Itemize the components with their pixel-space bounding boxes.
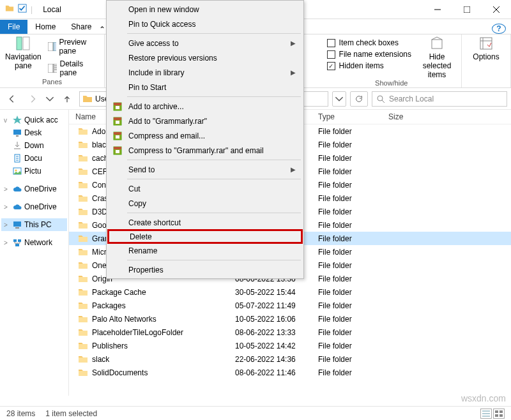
context-menu-item[interactable]: Compress to "Grammarly.rar" and email: [108, 143, 302, 158]
svg-point-15: [15, 170, 17, 172]
svg-rect-5: [54, 42, 57, 51]
svg-rect-35: [495, 414, 498, 417]
context-menu-item[interactable]: Add to "Grammarly.rar": [108, 114, 302, 128]
search-input[interactable]: Search Local: [372, 91, 507, 107]
svg-rect-34: [500, 410, 503, 413]
svg-rect-8: [432, 40, 442, 49]
tree-item[interactable]: >OneDrive: [1, 200, 67, 213]
up-button[interactable]: [59, 91, 75, 107]
status-bar: 28 items 1 item selected: [0, 406, 511, 420]
item-count: 28 items: [6, 409, 35, 418]
hide-selected-button[interactable]: Hide selected items: [418, 36, 456, 79]
hidden-items-toggle[interactable]: ✓Hidden items: [327, 61, 411, 70]
watermark: wsxdn.com: [461, 393, 506, 403]
svg-rect-9: [480, 38, 492, 49]
checkbox-icon[interactable]: [18, 4, 27, 15]
tree-item[interactable]: >OneDrive: [1, 183, 67, 195]
context-menu-item[interactable]: Properties: [108, 262, 302, 277]
svg-rect-19: [18, 239, 21, 242]
file-extensions-toggle[interactable]: File name extensions: [327, 50, 411, 59]
column-size[interactable]: Size: [388, 112, 427, 121]
file-row[interactable]: Packages05-07-2022 11:49File folder: [69, 299, 511, 312]
tree-item[interactable]: >This PC: [1, 218, 67, 231]
folder-icon: [82, 94, 93, 104]
context-menu-item[interactable]: Delete: [107, 229, 303, 244]
view-icons-button[interactable]: [493, 409, 505, 419]
navigation-tree[interactable]: vQuick accDeskDownDocuPictu>OneDrive>One…: [0, 110, 69, 396]
maximize-button[interactable]: [452, 0, 482, 19]
back-button[interactable]: [4, 91, 20, 107]
view-details-button[interactable]: [480, 409, 492, 419]
tree-item[interactable]: Pictu: [1, 165, 67, 177]
selection-count: 1 item selected: [45, 409, 97, 418]
divider: |: [31, 5, 33, 14]
context-menu-item[interactable]: Copy: [108, 196, 302, 211]
quick-access-toolbar: |: [0, 4, 38, 15]
ribbon-group-label: Panes: [5, 78, 99, 87]
svg-rect-23: [116, 106, 119, 109]
help-icon[interactable]: ?: [492, 24, 506, 34]
context-menu-item[interactable]: Rename: [108, 243, 302, 258]
svg-rect-4: [48, 42, 53, 51]
file-row[interactable]: SolidDocuments08-06-2022 11:46File folde…: [69, 366, 511, 379]
preview-pane-button[interactable]: Preview pane: [48, 37, 99, 56]
options-button[interactable]: Options: [467, 36, 505, 61]
svg-rect-3: [23, 37, 29, 50]
dropdown-button[interactable]: [332, 91, 346, 107]
forward-button[interactable]: [24, 91, 41, 107]
context-menu-item[interactable]: Open in new window: [108, 2, 302, 17]
svg-rect-26: [116, 121, 119, 124]
svg-rect-18: [13, 239, 17, 242]
tab-file[interactable]: File: [0, 20, 27, 34]
ribbon-collapse-icon[interactable]: ⌃: [99, 25, 105, 34]
close-button[interactable]: [482, 0, 511, 19]
context-menu-item[interactable]: Include in library▶: [108, 65, 302, 80]
minimize-button[interactable]: [423, 0, 452, 19]
context-menu-item[interactable]: Give access to▶: [108, 36, 302, 50]
context-menu-item[interactable]: Restore previous versions: [108, 50, 302, 65]
file-row[interactable]: Package Cache30-05-2022 15:44File folder: [69, 285, 511, 299]
svg-rect-17: [15, 227, 19, 229]
tree-item[interactable]: vQuick acc: [1, 114, 67, 126]
svg-rect-32: [116, 150, 119, 153]
svg-rect-7: [54, 64, 57, 73]
tree-item[interactable]: Docu: [1, 152, 67, 165]
search-icon: [376, 94, 385, 103]
context-menu-item[interactable]: Send to▶: [108, 162, 302, 177]
context-menu-item[interactable]: Pin to Start: [108, 80, 302, 94]
column-type[interactable]: Type: [318, 112, 388, 121]
tree-item[interactable]: Down: [1, 139, 67, 152]
context-menu-item[interactable]: Compress and email...: [108, 128, 302, 143]
svg-rect-28: [114, 132, 121, 135]
svg-rect-11: [13, 130, 21, 135]
svg-point-10: [378, 96, 383, 101]
context-menu-item[interactable]: Pin to Quick access: [108, 17, 302, 31]
recent-button[interactable]: [45, 91, 55, 107]
refresh-button[interactable]: [350, 91, 368, 107]
tree-item[interactable]: Desk: [1, 126, 67, 139]
file-row[interactable]: Publishers10-05-2022 14:42File folder: [69, 339, 511, 352]
folder-icon: [5, 4, 14, 15]
tab-home[interactable]: Home: [27, 20, 63, 34]
svg-rect-6: [48, 64, 53, 73]
svg-rect-33: [495, 410, 498, 413]
item-checkboxes-toggle[interactable]: Item check boxes: [327, 38, 411, 47]
navigation-pane-button[interactable]: Navigation pane: [5, 36, 42, 70]
file-row[interactable]: slack22-06-2022 14:36File folder: [69, 352, 511, 366]
context-menu-item[interactable]: Create shortcut: [108, 215, 302, 230]
context-menu: Open in new windowPin to Quick accessGiv…: [106, 0, 304, 279]
svg-rect-1: [464, 6, 470, 13]
tree-item[interactable]: >Network: [1, 236, 67, 249]
details-pane-button[interactable]: Details pane: [48, 59, 99, 78]
svg-rect-36: [500, 414, 503, 417]
context-menu-item[interactable]: Add to archive...: [108, 99, 302, 114]
svg-rect-16: [13, 221, 21, 227]
tab-share[interactable]: Share: [63, 20, 99, 34]
svg-rect-25: [114, 117, 121, 120]
svg-rect-20: [15, 244, 19, 246]
svg-rect-2: [17, 37, 22, 50]
showhide-group: Item check boxes File name extensions ✓H…: [322, 34, 462, 87]
file-row[interactable]: Palo Alto Networks10-05-2022 16:06File f…: [69, 312, 511, 326]
context-menu-item[interactable]: Cut: [108, 181, 302, 196]
file-row[interactable]: PlaceholderTileLogoFolder08-06-2022 13:3…: [69, 326, 511, 339]
